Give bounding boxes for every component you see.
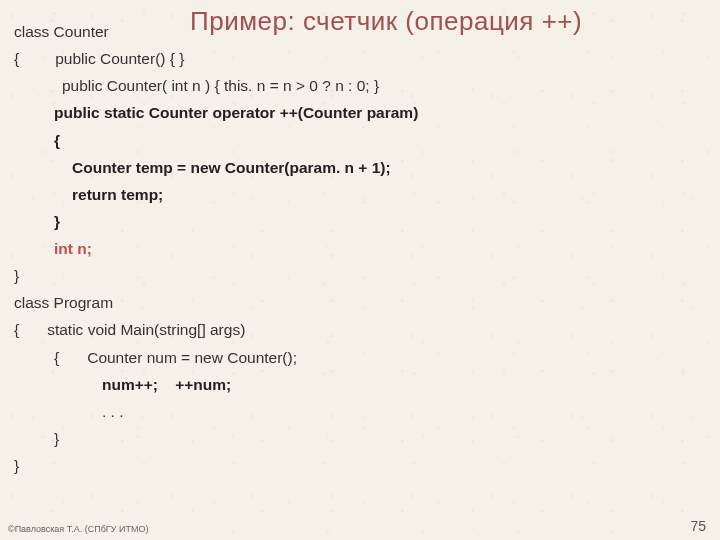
code-line: {static void Main(string[] args): [14, 316, 706, 343]
code-line: int n;: [14, 235, 706, 262]
code-line: public static Counter operator ++(Counte…: [14, 99, 706, 126]
code-line: Counter temp = new Counter(param. n + 1)…: [14, 154, 706, 181]
code-line: {public Counter() { }: [14, 45, 706, 72]
code-line: }: [14, 208, 706, 235]
code-block: class Counter {public Counter() { } publ…: [14, 18, 706, 479]
code-line: {Counter num = new Counter();: [14, 344, 706, 371]
footer-copyright: ©Павловская Т.А. (СПбГУ ИТМО): [8, 524, 148, 534]
code-line: . . .: [14, 398, 706, 425]
code-line: {: [14, 127, 706, 154]
code-line: class Program: [14, 289, 706, 316]
code-line: class Counter: [14, 18, 706, 45]
page-number: 75: [690, 518, 706, 534]
code-line: public Counter( int n ) { this. n = n > …: [14, 72, 706, 99]
code-line: num++; ++num;: [14, 371, 706, 398]
code-line: }: [14, 262, 706, 289]
code-line: return temp;: [14, 181, 706, 208]
code-line: }: [14, 452, 706, 479]
code-line: }: [14, 425, 706, 452]
